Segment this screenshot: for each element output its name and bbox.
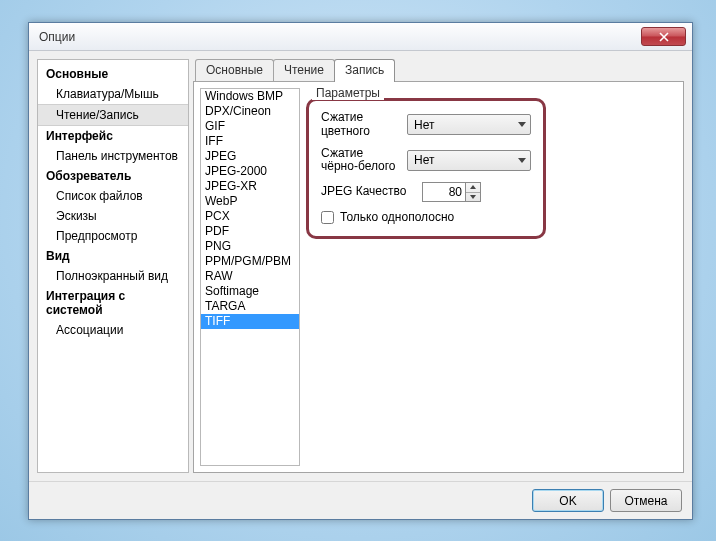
sidebar-heading: Основные: [38, 64, 188, 84]
spin-down-button[interactable]: [466, 193, 480, 202]
jpeg-quality-spinner[interactable]: [466, 182, 481, 202]
sidebar-item[interactable]: Эскизы: [38, 206, 188, 226]
ok-button[interactable]: OK: [532, 489, 604, 512]
sidebar-heading: Интерфейс: [38, 126, 188, 146]
cancel-button[interactable]: Отмена: [610, 489, 682, 512]
color-compression-select[interactable]: Нет: [407, 114, 531, 135]
main-panel: ОсновныеЧтениеЗапись Windows BMPDPX/Cine…: [193, 59, 684, 473]
sidebar-item[interactable]: Список файлов: [38, 186, 188, 206]
spin-up-button[interactable]: [466, 183, 480, 193]
sidebar-item[interactable]: Предпросмотр: [38, 226, 188, 246]
color-compression-value: Нет: [414, 118, 434, 132]
format-item[interactable]: GIF: [201, 119, 299, 134]
sidebar-item[interactable]: Ассоциации: [38, 320, 188, 340]
format-item[interactable]: PPM/PGM/PBM: [201, 254, 299, 269]
dialog-footer: OK Отмена: [29, 481, 692, 519]
format-item[interactable]: WebP: [201, 194, 299, 209]
titlebar: Опции: [29, 23, 692, 51]
dialog-content: ОсновныеКлавиатура/МышьЧтение/ЗаписьИнте…: [29, 51, 692, 481]
parameters-legend: Параметры: [312, 86, 384, 100]
sidebar-item[interactable]: Чтение/Запись: [38, 104, 188, 126]
bw-compression-value: Нет: [414, 153, 434, 167]
sidebar-heading: Вид: [38, 246, 188, 266]
format-list[interactable]: Windows BMPDPX/CineonGIFIFFJPEGJPEG-2000…: [200, 88, 300, 466]
window-title: Опции: [35, 30, 641, 44]
format-item[interactable]: Softimage: [201, 284, 299, 299]
close-icon: [659, 32, 669, 42]
sidebar-heading: Обозреватель: [38, 166, 188, 186]
bw-compression-label: Сжатие чёрно-белого: [321, 147, 401, 175]
close-button[interactable]: [641, 27, 686, 46]
sidebar-item[interactable]: Клавиатура/Мышь: [38, 84, 188, 104]
tab-body: Windows BMPDPX/CineonGIFIFFJPEGJPEG-2000…: [193, 81, 684, 473]
jpeg-quality-input[interactable]: [422, 182, 466, 202]
single-strip-label: Только однополосно: [340, 210, 454, 224]
format-item[interactable]: RAW: [201, 269, 299, 284]
parameters-group: Параметры Сжатие цветного Нет Сжатие чёр…: [306, 88, 677, 466]
format-item[interactable]: JPEG: [201, 149, 299, 164]
format-item[interactable]: JPEG-XR: [201, 179, 299, 194]
format-item[interactable]: PDF: [201, 224, 299, 239]
tab[interactable]: Чтение: [273, 59, 335, 81]
format-item[interactable]: DPX/Cineon: [201, 104, 299, 119]
chevron-down-icon: [470, 195, 476, 199]
sidebar-item[interactable]: Полноэкранный вид: [38, 266, 188, 286]
format-item[interactable]: PCX: [201, 209, 299, 224]
sidebar-heading: Интеграция с системой: [38, 286, 188, 320]
sidebar: ОсновныеКлавиатура/МышьЧтение/ЗаписьИнте…: [37, 59, 189, 473]
format-item[interactable]: PNG: [201, 239, 299, 254]
format-item[interactable]: TARGA: [201, 299, 299, 314]
sidebar-item[interactable]: Панель инструментов: [38, 146, 188, 166]
format-item[interactable]: JPEG-2000: [201, 164, 299, 179]
options-dialog: Опции ОсновныеКлавиатура/МышьЧтение/Запи…: [28, 22, 693, 520]
format-item[interactable]: IFF: [201, 134, 299, 149]
tab-strip: ОсновныеЧтениеЗапись: [193, 59, 684, 81]
format-item[interactable]: TIFF: [201, 314, 299, 329]
color-compression-label: Сжатие цветного: [321, 111, 401, 139]
chevron-down-icon: [518, 122, 526, 127]
jpeg-quality-label: JPEG Качество: [321, 185, 416, 199]
tab[interactable]: Основные: [195, 59, 274, 81]
format-item[interactable]: Windows BMP: [201, 89, 299, 104]
chevron-up-icon: [470, 185, 476, 189]
parameters-highlight: Сжатие цветного Нет Сжатие чёрно-белого …: [306, 98, 546, 239]
chevron-down-icon: [518, 158, 526, 163]
tab[interactable]: Запись: [334, 59, 395, 82]
single-strip-checkbox[interactable]: [321, 211, 334, 224]
bw-compression-select[interactable]: Нет: [407, 150, 531, 171]
